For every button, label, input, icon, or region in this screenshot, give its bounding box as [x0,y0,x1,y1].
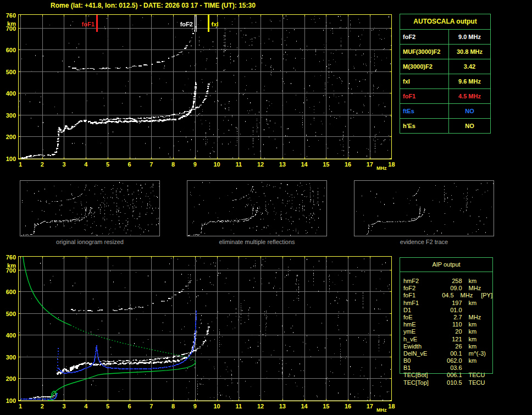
aip-row-TEC[Top]: TEC[Top]010.5TECU [400,379,492,386]
x-tick-label: 18 [386,403,397,410]
aip-extra [491,321,492,328]
aip-unit: TECU [462,372,491,379]
aip-table-title: AIP output [400,258,492,272]
aip-name: hmF2 [400,278,438,285]
x-tick-label: 9 [190,161,201,168]
panel-evidence-f2-canvas [354,180,494,236]
aip-unit: km [462,328,491,335]
aip-unit: MHz [462,314,491,321]
x-tick-label: 7 [146,403,157,410]
autoscala-row-M(3000)F2: M(3000)F23.42 [400,59,490,74]
aip-value: 04.5 [433,292,453,299]
aip-name: foE [400,314,438,321]
autoscala-row-foF2: foF29.0 MHz [400,29,490,44]
autoscala-table-title: AUTOSCALA output [400,14,490,29]
main-x-unit-label: MHz [376,165,387,171]
x-tick-label: 2 [37,161,48,168]
x-tick-label: 16 [342,161,353,168]
aip-row-hmF1: hmF1197km [400,300,492,307]
aip-row-B0: B0062.0km [400,357,492,364]
aip-extra [491,300,492,307]
x-tick-label: 1 [15,161,26,168]
marker-label-foF1: foF1 [82,21,95,27]
aip-unit: MHz [454,292,480,299]
aip-name: B0 [400,357,438,364]
aip-extra [491,357,492,364]
panel-eliminate-reflections-canvas [187,180,327,236]
y-tick-label: 100 [0,156,16,162]
aip-unit: km [462,336,491,343]
aip-row-TEC[Bot]: TEC[Bot]006.1TECU [400,372,492,379]
autoscala-output-table: AUTOSCALA output foF29.0 MHzMUF(3000)F23… [400,14,491,134]
x-tick-label: 8 [168,161,179,168]
aip-extra [491,379,492,386]
aip-unit: km [462,321,491,328]
profile-ionogram-canvas [18,256,392,401]
parameter-value: 9.6 MHz [449,74,490,88]
aip-name: hmF1 [400,300,438,307]
aip-unit: km [462,300,491,307]
aip-extra [491,314,492,321]
aip-value: 110 [438,321,462,328]
aip-value: 258 [438,278,462,285]
aip-table-rows: hmF2258kmfoF209.0MHzfoF104.5MHz[PY]hmF11… [400,278,492,386]
x-tick-label: 12 [255,403,266,410]
main-ionogram-canvas [18,14,392,159]
panel-caption-evidence: evidence F2 trace [354,239,494,245]
aip-extra [491,372,492,379]
aip-value: 26 [438,343,462,350]
aip-row-ymE: ymE20km [400,328,492,335]
aip-name: TEC[Top] [400,379,438,386]
y-tick-label: 400 [0,90,16,97]
aip-name: B1 [400,364,438,372]
aip-value: 03.6 [438,364,462,372]
aip-name: h_vE [400,336,438,343]
x-tick-label: 11 [233,403,244,410]
aip-unit: MHz [462,285,491,292]
parameter-value: 3.42 [449,59,490,74]
marker-label-foF2: foF2 [180,21,193,27]
aip-value: 09.0 [438,285,462,292]
parameter-name: M(3000)F2 [400,59,449,74]
parameter-name: h'Es [400,119,449,133]
aip-extra [491,350,492,357]
aip-extra [491,364,492,372]
aip-name: Ewidth [400,343,438,350]
x-tick-label: 13 [277,161,288,168]
aip-name: TEC[Bot] [400,372,438,379]
y-tick-label: 500 [0,311,16,317]
parameter-value: 9.0 MHz [449,30,490,44]
autoscala-row-ftEs: ftEsNO [400,103,490,118]
aip-value: 20 [438,328,462,335]
aip-value: 00.1 [438,350,462,357]
parameter-name: foF1 [400,89,449,103]
aip-value: 121 [438,336,462,343]
x-tick-label: 4 [80,161,91,168]
y-tick-label: 500 [0,69,16,75]
aip-unit [462,307,491,314]
aip-extra: [PY] [480,292,492,299]
aip-value: 01.0 [438,307,462,314]
x-tick-label: 18 [386,161,397,168]
y-tick-label: 100 [0,397,16,404]
y-tick-label: 400 [0,332,16,339]
aip-extra [491,336,492,343]
x-tick-label: 10 [212,161,223,168]
x-tick-label: 10 [212,403,223,410]
x-tick-label: 3 [58,161,69,168]
aip-row-DelN_vE: DelN_vE00.1m^(-3) [400,350,492,357]
x-tick-label: 17 [364,161,375,168]
x-tick-label: 5 [102,403,113,410]
parameter-value: 30.8 MHz [449,45,490,59]
y-tick-label: 760 [0,254,16,261]
x-tick-label: 1 [15,403,26,410]
aip-value: 010.5 [438,379,462,386]
aip-value: 006.1 [438,372,462,379]
aip-row-hmE: hmE110km [400,321,492,328]
x-tick-label: 13 [277,403,288,410]
profile-x-unit-label: MHz [376,407,387,413]
x-tick-label: 14 [299,403,310,410]
aip-extra [491,307,492,314]
parameter-name: MUF(3000)F2 [400,45,449,59]
autoscala-row-h'Es: h'EsNO [400,118,490,133]
